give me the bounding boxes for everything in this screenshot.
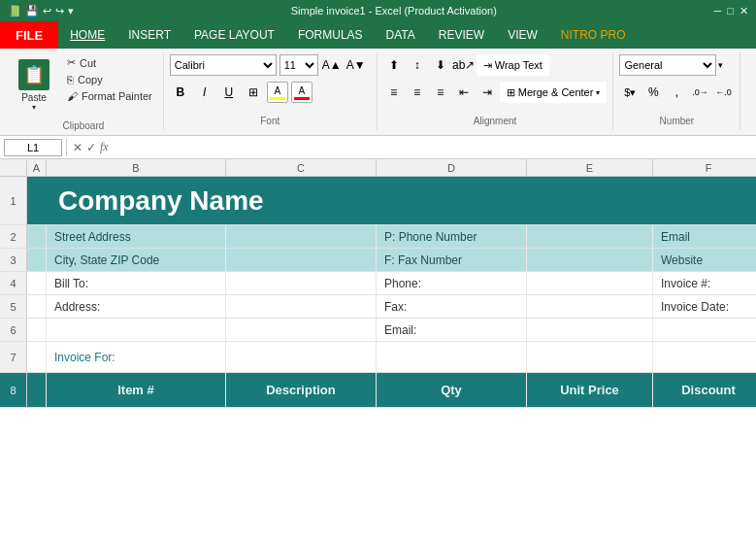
decrease-indent-btn[interactable]: ⇤ [453,82,475,103]
data-menu[interactable]: DATA [375,21,427,49]
cancel-formula-icon[interactable]: ✕ [71,141,84,154]
font-family-select[interactable]: Calibri [170,54,277,76]
cell-a4[interactable] [27,272,47,294]
cell-b5[interactable]: Address: [47,295,226,318]
dec-decrease-btn[interactable]: ←.0 [712,82,734,103]
cell-d7[interactable] [377,342,527,372]
align-center-btn[interactable]: ≡ [407,82,428,103]
cell-a5[interactable] [27,295,47,318]
align-bottom-btn[interactable]: ⬇ [430,54,451,76]
cell-c5[interactable] [226,295,377,318]
cell-a3[interactable] [27,249,47,271]
review-menu[interactable]: REVIEW [427,21,496,49]
wrap-text-btn[interactable]: ⇥ Wrap Text [477,54,549,76]
quick-undo[interactable]: ↩ [43,5,51,17]
merge-center-btn[interactable]: ⊞ Merge & Center ▾ [500,82,608,103]
number-format-select[interactable]: General [619,54,716,76]
cell-c4[interactable] [226,272,377,294]
cut-button[interactable]: ✂ Cut [62,54,157,71]
orientation-btn[interactable]: ab↗ [453,54,475,76]
cell-c3[interactable] [226,249,377,271]
comma-btn[interactable]: , [666,82,687,103]
confirm-formula-icon[interactable]: ✓ [84,141,98,154]
merge-dropdown[interactable]: ▾ [596,88,600,97]
cell-c2[interactable] [226,225,377,248]
font-size-select[interactable]: 11 [279,54,318,76]
insert-menu[interactable]: INSERT [116,21,182,49]
cell-b6[interactable] [47,319,226,341]
cell-f2[interactable]: Email [653,225,756,248]
cell-e7[interactable] [527,342,653,372]
quick-save[interactable]: 💾 [25,5,39,17]
col-header-c[interactable]: C [226,159,377,176]
cell-b1[interactable]: Company Name [47,177,756,224]
cell-a6[interactable] [27,319,47,341]
minimize-btn[interactable]: ─ [714,5,722,17]
window-controls[interactable]: ─ □ ✕ [714,5,748,17]
close-btn[interactable]: ✕ [740,5,748,17]
cell-b3[interactable]: City, State ZIP Code [47,249,226,271]
cell-e4[interactable] [527,272,653,294]
cell-d6[interactable]: Email: [377,319,527,341]
cell-b7[interactable]: Invoice For: [47,342,226,372]
quick-redo[interactable]: ↪ [55,5,64,17]
cell-c7[interactable] [226,342,377,372]
cell-f7[interactable] [653,342,756,372]
col-header-e[interactable]: E [527,159,653,176]
cell-d4[interactable]: Phone: [377,272,527,294]
increase-font-btn[interactable]: A▲ [321,54,343,76]
italic-button[interactable]: I [194,82,215,103]
align-left-btn[interactable]: ≡ [383,82,405,103]
cell-b4[interactable]: Bill To: [47,272,226,294]
bold-button[interactable]: B [170,82,191,103]
page-layout-menu[interactable]: PAGE LAYOUT [182,21,286,49]
paste-button[interactable]: 📋 Paste ▾ [10,54,58,117]
cell-d3[interactable]: F: Fax Number [377,249,527,271]
view-menu[interactable]: VIEW [496,21,549,49]
cell-b8[interactable]: Item # [47,373,226,407]
cell-a8[interactable] [27,373,47,407]
col-header-d[interactable]: D [377,159,527,176]
align-top-btn[interactable]: ⬆ [383,54,405,76]
file-menu[interactable]: FILE [0,21,58,49]
cell-f3[interactable]: Website [653,249,756,271]
cell-e2[interactable] [527,225,653,248]
decrease-font-btn[interactable]: A▼ [345,54,367,76]
paste-dropdown[interactable]: ▾ [32,103,36,112]
cell-d5[interactable]: Fax: [377,295,527,318]
formula-input[interactable] [111,141,752,154]
cell-e3[interactable] [527,249,653,271]
cell-f6[interactable] [653,319,756,341]
formulas-menu[interactable]: FORMULAS [286,21,375,49]
cell-f8[interactable]: Discount [653,373,756,407]
cell-a7[interactable] [27,342,47,372]
maximize-btn[interactable]: □ [727,5,734,17]
cell-e8[interactable]: Unit Price [527,373,653,407]
cell-f4[interactable]: Invoice #: [653,272,756,294]
align-right-btn[interactable]: ≡ [430,82,451,103]
insert-function-icon[interactable]: fx [98,140,111,154]
nitro-pro-menu[interactable]: NITRO PRO [549,21,638,49]
font-color-btn[interactable]: A [291,82,312,103]
format-painter-button[interactable]: 🖌 Format Painter [62,88,157,104]
col-header-a[interactable]: A [27,159,47,176]
cell-c8[interactable]: Description [226,373,377,407]
cell-d8[interactable]: Qty [377,373,527,407]
cell-b2[interactable]: Street Address [47,225,226,248]
borders-button[interactable]: ⊞ [243,82,264,103]
underline-button[interactable]: U [218,82,240,103]
align-middle-btn[interactable]: ↕ [407,54,428,76]
currency-btn[interactable]: $▾ [619,82,641,103]
col-header-b[interactable]: B [47,159,226,176]
col-header-f[interactable]: F [653,159,756,176]
cell-c6[interactable] [226,319,377,341]
cell-d2[interactable]: P: Phone Number [377,225,527,248]
percent-btn[interactable]: % [642,82,664,103]
cell-a2[interactable] [27,225,47,248]
number-expand-icon[interactable]: ▾ [718,60,723,70]
cell-e5[interactable] [527,295,653,318]
dec-increase-btn[interactable]: .0→ [689,82,710,103]
cell-f5[interactable]: Invoice Date: [653,295,756,318]
home-menu[interactable]: HOME [58,21,116,49]
increase-indent-btn[interactable]: ⇥ [477,82,498,103]
